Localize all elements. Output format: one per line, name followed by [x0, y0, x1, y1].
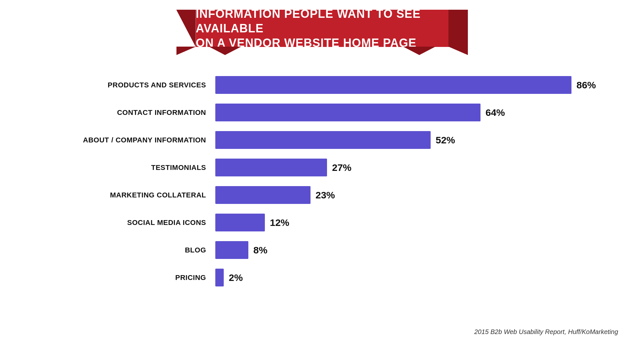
bar-wrapper: 2%	[215, 269, 610, 286]
ribbon-left-notch	[176, 47, 196, 55]
row-label: PRICING	[60, 273, 215, 282]
row-label: ABOUT / COMPANY INFORMATION	[60, 136, 215, 144]
bar-value: 64%	[486, 107, 505, 118]
chart-row: MARKETING COLLATERAL23%	[60, 181, 610, 209]
chart-row: ABOUT / COMPANY INFORMATION52%	[60, 126, 610, 154]
bar-value: 52%	[436, 135, 455, 146]
banner-ribbon: INFORMATION PEOPLE WANT TO SEE AVAILABLE…	[176, 10, 468, 55]
bar-value: 8%	[254, 245, 267, 256]
banner-line1: INFORMATION PEOPLE WANT TO SEE AVAILABLE	[196, 7, 421, 35]
bar	[215, 104, 480, 121]
bar	[215, 214, 265, 231]
bar	[215, 159, 327, 176]
bar-wrapper: 8%	[215, 241, 610, 259]
bar-value: 27%	[332, 162, 352, 173]
ribbon-right-ear	[448, 10, 468, 47]
row-label: BLOG	[60, 246, 215, 254]
bar-wrapper: 23%	[215, 186, 610, 204]
bar-wrapper: 86%	[215, 76, 610, 94]
row-label: MARKETING COLLATERAL	[60, 191, 215, 199]
chart-row: PRODUCTS AND SERVICES86%	[60, 71, 610, 99]
bar-value: 2%	[229, 272, 243, 283]
ribbon-right-fold	[403, 47, 435, 55]
banner-title: INFORMATION PEOPLE WANT TO SEE AVAILABLE…	[196, 6, 448, 50]
bar	[215, 186, 311, 204]
source-citation: 2015 B2b Web Usability Report, Huff/KoMa…	[474, 328, 618, 336]
bar	[215, 241, 248, 259]
row-label: TESTIMONIALS	[60, 163, 215, 172]
bar	[215, 131, 431, 149]
bar	[215, 76, 571, 94]
chart-area: PRODUCTS AND SERVICES86%CONTACT INFORMAT…	[60, 71, 610, 291]
row-label: SOCIAL MEDIA ICONS	[60, 218, 215, 227]
chart-row: CONTACT INFORMATION64%	[60, 99, 610, 126]
ribbon-body: INFORMATION PEOPLE WANT TO SEE AVAILABLE…	[196, 10, 448, 47]
bar-wrapper: 12%	[215, 214, 610, 231]
bar-wrapper: 52%	[215, 131, 610, 149]
chart-row: BLOG8%	[60, 236, 610, 264]
bar-wrapper: 27%	[215, 159, 610, 176]
bar-value: 86%	[577, 80, 596, 91]
chart-row: TESTIMONIALS27%	[60, 154, 610, 181]
bar-value: 23%	[316, 190, 335, 201]
ribbon-right-notch	[448, 47, 468, 55]
ribbon-left-ear	[176, 10, 196, 47]
chart-container: INFORMATION PEOPLE WANT TO SEE AVAILABLE…	[0, 0, 644, 346]
chart-row: PRICING2%	[60, 264, 610, 291]
row-label: PRODUCTS AND SERVICES	[60, 81, 215, 89]
chart-row: SOCIAL MEDIA ICONS12%	[60, 209, 610, 236]
ribbon-left-fold	[209, 47, 241, 55]
bar-wrapper: 64%	[215, 104, 610, 121]
row-label: CONTACT INFORMATION	[60, 108, 215, 117]
bar-value: 12%	[270, 217, 289, 228]
bar	[215, 269, 224, 286]
